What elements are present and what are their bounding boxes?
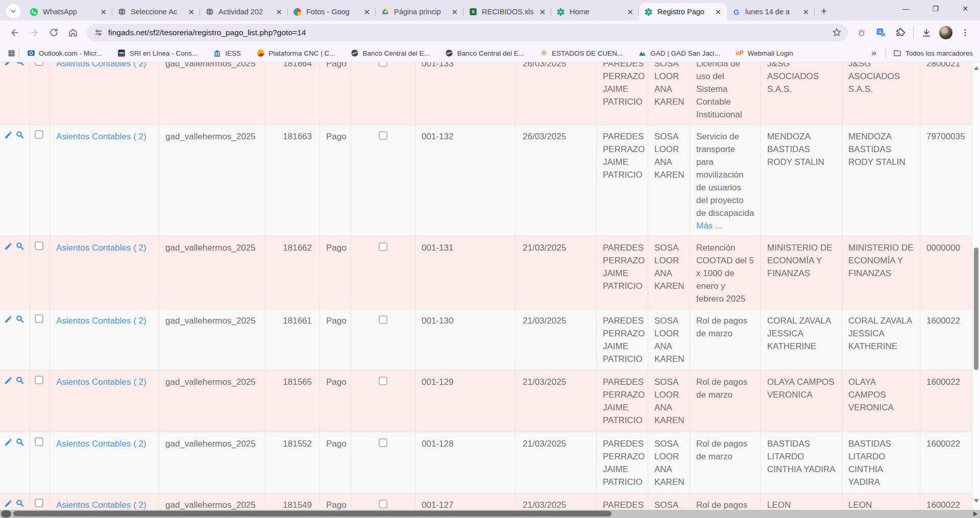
view-magnifier-icon[interactable] — [15, 62, 24, 66]
reload-button[interactable] — [44, 23, 63, 42]
tab-seleccione[interactable]: Seleccione Ac ✕ — [112, 3, 200, 20]
tab-actividad[interactable]: Actividad 202 ✕ — [200, 3, 288, 20]
tab-lunes[interactable]: G lunes 14 de a ✕ — [727, 3, 815, 20]
view-magnifier-icon[interactable] — [15, 437, 24, 447]
toolbar-divider — [913, 28, 914, 38]
banco-central-icon — [445, 49, 454, 58]
view-magnifier-icon[interactable] — [15, 376, 24, 385]
profile-avatar[interactable] — [936, 23, 955, 42]
asientos-contables-link[interactable]: Asientos Contables ( 2) — [56, 62, 146, 68]
asientos-contables-link[interactable]: Asientos Contables ( 2) — [56, 377, 146, 387]
tab-close-icon[interactable]: ✕ — [625, 8, 635, 16]
starburst-icon: ❋ — [540, 49, 548, 58]
menu-kebab-icon[interactable] — [955, 23, 975, 42]
tab-whatsapp[interactable]: WhatsApp ✕ — [24, 3, 112, 20]
asientos-contables-link[interactable]: Asientos Contables ( 2) — [56, 500, 146, 510]
tab-close-icon[interactable]: ✕ — [713, 8, 723, 16]
edit-pencil-icon[interactable] — [4, 376, 13, 385]
horizontal-scrollbar[interactable] — [0, 510, 980, 518]
tab-search-button[interactable] — [6, 4, 20, 18]
scroll-down-arrow-icon[interactable] — [974, 499, 979, 503]
edit-pencil-icon[interactable] — [4, 242, 13, 251]
tab-close-icon[interactable]: ✕ — [99, 8, 108, 16]
recibo-cell: 001-131 — [422, 241, 509, 254]
flag-checkbox[interactable] — [379, 131, 387, 140]
row-checkbox[interactable] — [35, 130, 43, 139]
tab-title: WhatsApp — [43, 8, 99, 16]
asientos-contables-link[interactable]: Asientos Contables ( 2) — [56, 132, 146, 141]
translate-icon[interactable]: G — [871, 23, 891, 42]
back-button[interactable] — [5, 23, 24, 42]
flag-checkbox[interactable] — [379, 500, 387, 508]
row-checkbox[interactable] — [35, 241, 43, 250]
asientos-contables-link[interactable]: Asientos Contables ( 2) — [56, 243, 146, 253]
tab-close-icon[interactable]: ✕ — [537, 8, 547, 16]
mas-link[interactable]: Más ... — [696, 221, 722, 231]
site-info-icon[interactable] — [94, 28, 103, 37]
flag-checkbox[interactable] — [379, 62, 387, 67]
tab-close-icon[interactable]: ✕ — [362, 8, 372, 16]
vertical-scrollbar[interactable] — [972, 62, 980, 510]
bookmark-estados-cuenta[interactable]: ❋ ESTADOS DE CUEN... — [540, 49, 623, 58]
bookmark-sri[interactable]: SRI SRI en Línea - Cons... — [117, 49, 198, 58]
bookmark-outlook[interactable]: Outlook.com - Micr... — [27, 49, 102, 58]
row-checkbox[interactable] — [35, 314, 43, 323]
edit-pencil-icon[interactable] — [4, 499, 13, 508]
forward-button[interactable] — [24, 23, 44, 42]
view-magnifier-icon[interactable] — [15, 241, 24, 251]
tab-pagina-principal[interactable]: Página princip ✕ — [376, 3, 463, 20]
tab-fotos[interactable]: Fotos - Goog ✕ — [288, 3, 376, 20]
all-bookmarks-button[interactable]: Todos los marcadores — [893, 49, 973, 58]
home-button[interactable] — [63, 23, 83, 42]
tab-recibidos[interactable]: X RECIBIDOS.xls ✕ — [463, 3, 551, 20]
maximize-button[interactable]: ❐ — [921, 0, 950, 17]
tab-home[interactable]: Home ✕ — [551, 3, 639, 20]
fecha-cell: 21/03/2025 — [523, 437, 590, 450]
minimize-button[interactable]: — — [891, 0, 921, 17]
horizontal-scrollbar-thumb[interactable] — [13, 511, 611, 516]
downloads-icon[interactable] — [917, 23, 936, 42]
view-magnifier-icon[interactable] — [15, 499, 24, 508]
address-bar[interactable]: fingads.net/sf2/tesoreria/registro_pago_… — [87, 24, 848, 41]
flag-checkbox[interactable] — [379, 377, 387, 385]
scroll-right-arrow-icon[interactable] — [973, 511, 977, 516]
asientos-contables-link[interactable]: Asientos Contables ( 2) — [56, 316, 146, 326]
tab-close-icon[interactable]: ✕ — [186, 8, 196, 16]
edit-pencil-icon[interactable] — [4, 131, 13, 139]
edit-pencil-icon[interactable] — [4, 315, 13, 324]
id-cell: 181549 — [272, 499, 312, 510]
edit-pencil-icon[interactable] — [4, 62, 13, 66]
bookmark-gad[interactable]: GAD | GAD San Jaci... — [638, 49, 720, 58]
bookmark-webmail[interactable]: cP Webmail Login — [736, 49, 793, 58]
new-tab-button[interactable]: + — [815, 5, 833, 20]
flag-checkbox[interactable] — [379, 438, 387, 447]
scroll-up-arrow-icon[interactable] — [974, 66, 979, 70]
flag-checkbox[interactable] — [379, 315, 387, 324]
bookmark-cnc[interactable]: Plataforma CNC | C... — [256, 49, 335, 58]
row-checkbox[interactable] — [35, 499, 43, 507]
bookmark-star-icon[interactable] — [832, 28, 842, 37]
url-text[interactable]: fingads.net/sf2/tesoreria/registro_pago_… — [108, 28, 832, 37]
bookmark-banco-central-2[interactable]: Banco Central del E... — [445, 49, 524, 58]
close-window-button[interactable]: ✕ — [950, 0, 980, 17]
tab-close-icon[interactable]: ✕ — [450, 8, 459, 16]
vertical-scrollbar-thumb[interactable] — [974, 248, 978, 370]
bookmark-banco-central-1[interactable]: Banco Central del E... — [350, 49, 429, 58]
asientos-contables-link[interactable]: Asientos Contables ( 2) — [56, 439, 146, 449]
extensions-puzzle-icon[interactable] — [891, 23, 910, 42]
row-checkbox[interactable] — [35, 437, 43, 446]
flag-checkbox[interactable] — [379, 242, 387, 251]
tab-close-icon[interactable]: ✕ — [801, 8, 811, 16]
bookmark-iess[interactable]: IESS — [213, 49, 241, 58]
view-magnifier-icon[interactable] — [15, 130, 24, 139]
apps-grid-icon[interactable] — [7, 49, 16, 58]
tab-registro-pago-active[interactable]: Registro Pago ✕ — [639, 3, 727, 20]
view-magnifier-icon[interactable] — [15, 314, 24, 324]
scroll-left-arrow-icon[interactable] — [1, 510, 11, 517]
pink-extension-icon[interactable] — [852, 23, 871, 42]
tab-close-icon[interactable]: ✕ — [274, 8, 284, 16]
row-checkbox[interactable] — [35, 376, 43, 384]
bookmarks-overflow-chevron[interactable]: » — [871, 48, 876, 58]
edit-pencil-icon[interactable] — [4, 438, 13, 447]
row-checkbox[interactable] — [35, 62, 43, 66]
